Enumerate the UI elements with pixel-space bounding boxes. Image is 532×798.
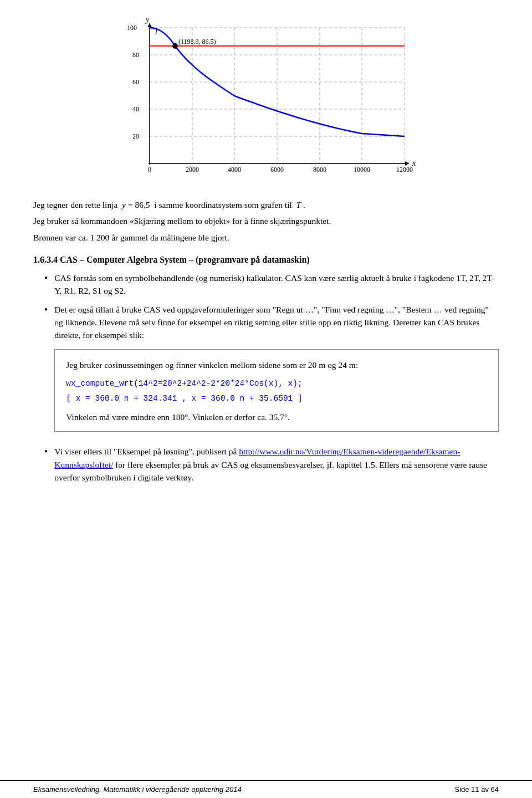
graph-svg: .grid-line { stroke: #aaa; stroke-width:… <box>105 17 427 188</box>
list-item-content-2: Det er også tillatt å bruke CAS ved oppg… <box>54 303 499 440</box>
list-item-content-1: CAS forstås som en symbolbehandlende (og… <box>54 272 499 298</box>
footer-left-text: Eksamensveiledning, Matematikk i videreg… <box>33 785 242 794</box>
graph-container: .grid-line { stroke: #aaa; stroke-width:… <box>33 17 499 188</box>
svg-text:40: 40 <box>132 105 139 113</box>
text-line3: Brønnen var ca. 1 200 år gammel da målin… <box>33 231 499 244</box>
cas-link[interactable]: http://www.udir.no/Vurdering/Eksamen-vid… <box>54 447 460 469</box>
cas-box-intro: Jeg bruker cosinussetningen og finner vi… <box>66 359 487 371</box>
svg-text:100: 100 <box>127 24 137 32</box>
svg-text:6000: 6000 <box>270 166 284 173</box>
svg-text:20: 20 <box>132 132 139 140</box>
svg-text:8000: 8000 <box>313 166 326 173</box>
cas-box: Jeg bruker cosinussetningen og finner vi… <box>54 349 499 432</box>
svg-text:12000: 12000 <box>396 166 413 173</box>
main-content: .grid-line { stroke: #aaa; stroke-width:… <box>0 0 532 780</box>
list-item: Vi viser ellers til "Eksempel på løsning… <box>33 445 499 484</box>
list-item: Det er også tillatt å bruke CAS ved oppg… <box>33 303 499 440</box>
svg-text:2000: 2000 <box>186 166 199 173</box>
list-item: CAS forstås som en symbolbehandlende (og… <box>33 272 499 298</box>
svg-rect-0 <box>105 17 427 188</box>
list-item-content-3: Vi viser ellers til "Eksempel på løsning… <box>54 445 499 484</box>
text-line1: Jeg tegner den rette linja y = 86,5 i sa… <box>33 198 499 211</box>
cas-result-line: [ x = 360.0 n + 324.341 , x = 360.0 n + … <box>66 392 487 405</box>
svg-text:80: 80 <box>132 51 139 59</box>
graph-svg-wrapper: .grid-line { stroke: #aaa; stroke-width:… <box>105 17 427 188</box>
svg-text:y: y <box>145 17 150 24</box>
svg-text:4000: 4000 <box>228 166 241 173</box>
bullet2-text: Det er også tillatt å bruke CAS ved oppg… <box>54 303 499 342</box>
footer-right-text: Side 11 av 64 <box>454 785 499 794</box>
svg-text:60: 60 <box>132 78 139 86</box>
bullet-list: CAS forstås som en symbolbehandlende (og… <box>33 272 499 484</box>
svg-point-32 <box>172 43 178 49</box>
text-line2: Jeg bruker så kommandoen «Skjæring mello… <box>33 214 499 227</box>
cas-conclusion: Vinkelen må være mindre enn 180°. Vinkel… <box>66 411 487 423</box>
svg-text:0: 0 <box>148 166 151 173</box>
cas-code-line1: wx_compute_wrt(14^2=20^2+24^2-2*20*24*Co… <box>66 377 487 390</box>
svg-text:10000: 10000 <box>354 166 370 173</box>
section-heading: 1.6.3.4 CAS – Computer Algebra System – … <box>33 254 499 266</box>
footer: Eksamensveiledning, Matematikk i videreg… <box>0 780 532 798</box>
svg-text:(1198.9, 86.5): (1198.9, 86.5) <box>178 38 216 45</box>
page: .grid-line { stroke: #aaa; stroke-width:… <box>0 0 532 798</box>
